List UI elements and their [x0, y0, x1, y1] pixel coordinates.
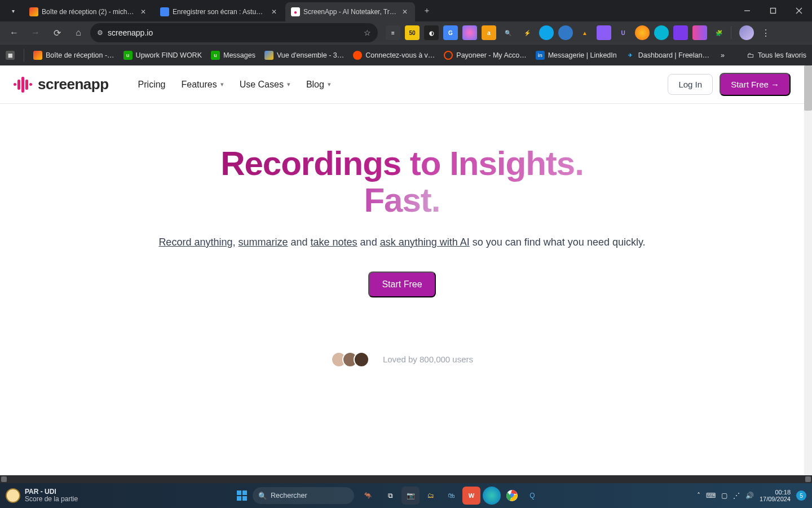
extension-icon[interactable]: ▲	[577, 25, 592, 40]
taskbar-search[interactable]: 🔍Rechercher	[253, 487, 354, 504]
close-icon[interactable]: ✕	[139, 7, 148, 16]
edge-icon[interactable]	[483, 487, 501, 505]
search-highlight-icon[interactable]: 🦘	[356, 487, 379, 504]
bookmark-item[interactable]: Vue d'ensemble - 3…	[264, 51, 344, 60]
bookmark-item[interactable]: Connectez-vous à v…	[353, 51, 435, 60]
extension-icon[interactable]	[597, 25, 611, 40]
login-button[interactable]: Log In	[668, 74, 713, 95]
store-icon[interactable]: 🛍	[442, 487, 460, 505]
task-view-icon[interactable]: ⧉	[381, 487, 399, 505]
back-button[interactable]: ←	[5, 23, 24, 42]
tray-chevron-up-icon[interactable]: ˄	[697, 492, 700, 500]
browser-menu-button[interactable]: ⋮	[758, 23, 773, 42]
extension-icon[interactable]	[673, 25, 688, 40]
nav-blog[interactable]: Blog▾	[306, 80, 331, 90]
screenapp-icon: ●	[291, 7, 300, 16]
maximize-button[interactable]	[760, 0, 786, 21]
nav-pricing[interactable]: Pricing	[138, 80, 166, 90]
taskbar-center: 🔍Rechercher 🦘 ⧉ 📷 🗂 🛍 W Q	[233, 487, 541, 505]
new-tab-button[interactable]: ＋	[418, 2, 435, 19]
close-window-button[interactable]	[786, 0, 812, 21]
taskbar-widget[interactable]: PAR - UDI Score de la partie	[6, 488, 78, 503]
hero-word: Fast.	[364, 181, 440, 219]
extension-icon[interactable]: U	[616, 25, 630, 40]
horizontal-scrollbar[interactable]	[0, 475, 812, 483]
vertical-scrollbar[interactable]	[804, 65, 812, 475]
close-icon[interactable]: ✕	[270, 7, 279, 16]
nav-usecases[interactable]: Use Cases▾	[240, 80, 290, 90]
extension-icon[interactable]: a	[482, 25, 496, 40]
bookmark-overflow[interactable]: »	[721, 51, 725, 59]
bookmark-apps[interactable]: ▦	[6, 51, 15, 60]
browser-tab-screenapp[interactable]: ● ScreenApp - AI Notetaker, Trans ✕	[285, 2, 415, 21]
chrome-icon[interactable]	[503, 487, 521, 505]
reload-button[interactable]: ⟳	[47, 23, 67, 42]
bookmark-item[interactable]: uMessages	[211, 51, 255, 60]
extension-icon[interactable]	[635, 25, 650, 40]
bookmark-item[interactable]: uUpwork FIND WORK	[123, 51, 202, 60]
upwork-icon: u	[123, 51, 133, 60]
extension-icon[interactable]	[558, 25, 573, 40]
home-button[interactable]: ⌂	[69, 23, 88, 42]
tray-wifi-icon[interactable]: ⋰	[733, 492, 740, 500]
scrollbar-thumb[interactable]	[804, 65, 812, 111]
link-take-notes[interactable]: take notes	[311, 237, 358, 248]
nav-features[interactable]: Features▾	[181, 80, 223, 90]
link-ask-ai[interactable]: ask anything with AI	[380, 237, 470, 248]
extension-icon[interactable]: ◐	[424, 25, 439, 40]
quicktime-icon[interactable]: Q	[523, 487, 541, 505]
payoneer-icon	[444, 51, 453, 60]
extension-icon[interactable]	[462, 25, 477, 40]
taskbar-clock[interactable]: 00:18 17/09/2024	[760, 489, 791, 502]
scroll-right-icon[interactable]	[805, 476, 811, 482]
link-record-anything[interactable]: Record anything	[158, 237, 232, 248]
extension-icon[interactable]: ≡	[386, 25, 400, 40]
bookmark-item[interactable]: ✈Dashboard | Freelan…	[626, 51, 709, 60]
site-settings-icon[interactable]: ⚙	[97, 29, 103, 37]
tray-battery-icon[interactable]: ▢	[721, 492, 727, 500]
windows-taskbar: PAR - UDI Score de la partie 🔍Rechercher…	[0, 483, 812, 508]
upwork-icon: u	[211, 51, 220, 60]
explorer-icon[interactable]: 🗂	[422, 487, 440, 505]
extension-icon[interactable]: ⚡	[520, 25, 535, 40]
bookmark-star-icon[interactable]: ☆	[364, 28, 371, 37]
tray-volume-icon[interactable]: 🔊	[745, 492, 754, 500]
site-logo[interactable]: screenapp	[14, 76, 109, 93]
all-bookmarks[interactable]: 🗀Tous les favoris	[747, 51, 806, 59]
bookmark-item[interactable]: Boîte de réception -…	[33, 51, 114, 60]
extensions-menu-icon[interactable]: 🧩	[712, 25, 726, 40]
minimize-button[interactable]	[734, 0, 760, 21]
linkedin-icon: in	[536, 51, 545, 60]
nav-right: Log In Start Free →	[668, 73, 791, 96]
browser-tab-gmail[interactable]: Boîte de réception (2) - micheln ✕	[24, 2, 153, 21]
browser-toolbar: ← → ⟳ ⌂ ⚙ screenapp.io ☆ ≡ 50 ◐ G a 🔍 ⚡ …	[0, 21, 812, 44]
tray-language-icon[interactable]: ⌨	[706, 492, 716, 500]
extension-icon[interactable]: 50	[405, 25, 420, 40]
tabs-dropdown[interactable]: ▾	[3, 2, 23, 19]
chevron-down-icon: ▾	[287, 81, 290, 88]
start-free-nav-button[interactable]: Start Free →	[720, 73, 791, 96]
extension-icon[interactable]	[654, 25, 669, 40]
bookmark-item[interactable]: inMessagerie | LinkedIn	[536, 51, 617, 60]
start-free-hero-button[interactable]: Start Free	[368, 271, 435, 297]
notification-badge[interactable]: 5	[796, 491, 806, 501]
bookmark-item[interactable]: Payoneer - My Acco…	[444, 51, 526, 60]
profile-avatar[interactable]	[739, 25, 754, 40]
close-icon[interactable]: ✕	[400, 7, 409, 16]
hero-subhead: Record anything, summarize and take note…	[148, 235, 656, 250]
camera-app-icon[interactable]: 📷	[401, 487, 420, 505]
extension-icon[interactable]	[539, 25, 554, 40]
all-bookmarks-label: Tous les favoris	[758, 51, 806, 59]
wps-icon[interactable]: W	[462, 487, 480, 505]
divider	[731, 27, 731, 39]
address-bar[interactable]: ⚙ screenapp.io ☆	[90, 23, 378, 42]
freelancer-icon: ✈	[626, 51, 635, 60]
scroll-left-icon[interactable]	[1, 476, 7, 482]
start-button[interactable]	[233, 487, 250, 504]
browser-tab-gdocs[interactable]: Enregistrer son écran : Astuces, ✕	[155, 2, 284, 21]
forward-button[interactable]: →	[26, 23, 45, 42]
link-summarize[interactable]: summarize	[238, 237, 288, 248]
extension-icon[interactable]: G	[443, 25, 458, 40]
extension-icon[interactable]	[692, 25, 707, 40]
extension-icon[interactable]: 🔍	[501, 25, 515, 40]
